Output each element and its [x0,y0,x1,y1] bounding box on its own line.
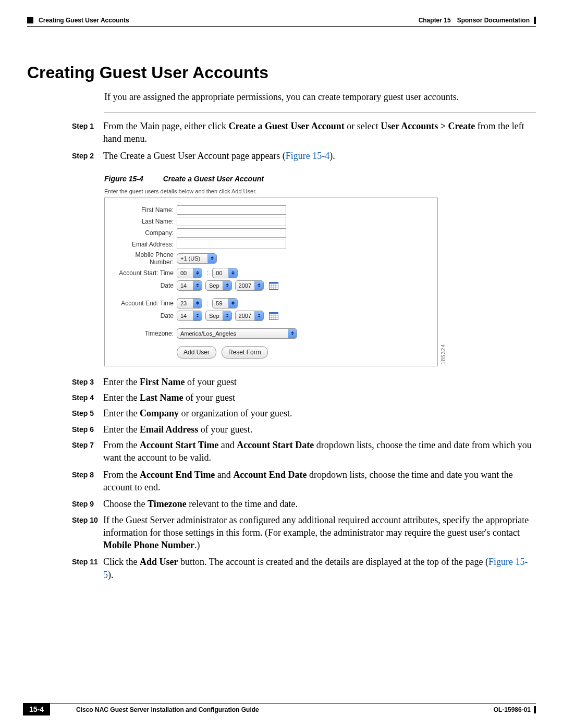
step-4-label: Step 4 [72,391,103,404]
start-month-select[interactable]: Sep [205,280,232,291]
add-user-button[interactable]: Add User [177,346,216,359]
page-number: 15-4 [23,703,50,715]
end-date-label: Date [111,312,174,319]
time-colon: : [205,269,209,277]
timezone-select[interactable]: America/Los_Angeles [177,328,297,339]
chevron-updown-icon [207,254,216,263]
start-year-select[interactable]: 2007 [235,280,264,291]
page-header: Creating Guest User Accounts Chapter 15 … [27,17,536,24]
step-9-label: Step 9 [72,498,103,510]
step-5-text: Enter the Company or organization of you… [103,407,536,419]
start-day-select[interactable]: 14 [177,280,202,291]
calendar-icon[interactable] [269,312,278,320]
footer-bar-icon [534,706,536,713]
chevron-updown-icon [193,299,202,308]
step-2-text: The Create a Guest User Account page app… [103,150,536,162]
step-8-text: From the Account End Time and Account En… [103,468,536,494]
mobile-label: Mobile Phone Number: [111,251,174,266]
mobile-country-select[interactable]: +1 (US) [177,253,217,264]
last-name-input[interactable] [177,217,286,226]
chevron-updown-icon [193,268,202,278]
company-label: Company: [111,229,174,237]
figure-title: Create a Guest User Account [163,175,264,183]
step-7-text: From the Account Start Time and Account … [103,439,536,464]
step-7-label: Step 7 [72,439,103,464]
step-2-label: Step 2 [72,150,103,162]
chevron-updown-icon [228,268,237,278]
step-11-label: Step 11 [72,556,103,581]
first-name-label: First Name: [111,206,174,214]
last-name-label: Last Name: [111,218,174,225]
email-input[interactable] [177,240,286,249]
chevron-updown-icon [254,311,263,320]
end-year-select[interactable]: 2007 [235,311,264,321]
step-3-label: Step 3 [72,376,103,388]
reset-form-button[interactable]: Reset Form [222,346,268,359]
step-10-text: If the Guest Server administrator as con… [103,514,536,552]
header-rule [27,26,536,27]
start-hour-select[interactable]: 00 [177,268,202,278]
chevron-updown-icon [228,299,237,308]
page-title: Creating Guest User Accounts [27,63,536,82]
chevron-updown-icon [193,281,202,290]
chevron-updown-icon [223,281,231,290]
start-time-label: Account Start: Time [111,269,174,277]
figure-caption: Figure 15-4Create a Guest User Account [104,175,536,183]
section-label: Sponsor Documentation [457,17,530,24]
breadcrumb: Creating Guest User Accounts [39,17,129,24]
time-colon: : [205,300,209,307]
step-3-text: Enter the First Name of your guest [103,376,536,388]
start-date-label: Date [111,282,174,289]
end-month-select[interactable]: Sep [205,311,232,321]
svg-rect-8 [270,312,278,314]
intro-separator [104,112,536,113]
end-minute-select[interactable]: 59 [212,298,238,309]
figure-15-4-link[interactable]: Figure 15-4 [286,151,330,161]
calendar-icon[interactable] [269,281,278,290]
step-6-label: Step 6 [72,423,103,436]
start-minute-select[interactable]: 00 [212,268,238,278]
figure-asset-id: 185324 [440,344,446,364]
figure-instruction: Enter the guest users details below and … [104,188,438,194]
svg-rect-1 [270,282,278,283]
end-hour-select[interactable]: 23 [177,298,202,309]
chevron-updown-icon [254,281,263,290]
company-input[interactable] [177,228,286,238]
step-4-text: Enter the Last Name of your guest [103,391,536,404]
step-9-text: Choose the Timezone relevant to the time… [103,498,536,510]
step-8-label: Step 8 [72,468,103,494]
step-5-label: Step 5 [72,407,103,419]
timezone-label: Timezone: [111,330,174,337]
figure-15-4: Enter the guest users details below and … [104,188,438,366]
step-11-text: Click the Add User button. The account i… [103,556,536,581]
intro-text: If you are assigned the appropriate perm… [104,92,536,103]
first-name-input[interactable] [177,205,286,215]
guest-account-form: First Name: Last Name: Company: Email Ad… [104,198,438,366]
end-time-label: Account End: Time [111,300,174,307]
book-title: Cisco NAC Guest Server Installation and … [76,706,259,713]
chapter-label: Chapter 15 [419,17,451,24]
step-1-text: From the Main page, either click Create … [103,120,536,145]
header-square-icon [27,17,33,23]
page-footer: 15-4 Cisco NAC Guest Server Installation… [27,704,536,713]
chevron-updown-icon [288,329,297,338]
step-1-label: Step 1 [72,120,103,145]
chevron-updown-icon [223,311,231,320]
step-10-label: Step 10 [72,514,103,552]
email-label: Email Address: [111,241,174,248]
figure-number: Figure 15-4 [104,175,143,183]
header-bar-icon [534,17,536,24]
doc-id: OL-15986-01 [494,706,531,713]
end-day-select[interactable]: 14 [177,311,202,321]
step-6-text: Enter the Email Address of your guest. [103,423,536,436]
chevron-updown-icon [193,311,202,320]
